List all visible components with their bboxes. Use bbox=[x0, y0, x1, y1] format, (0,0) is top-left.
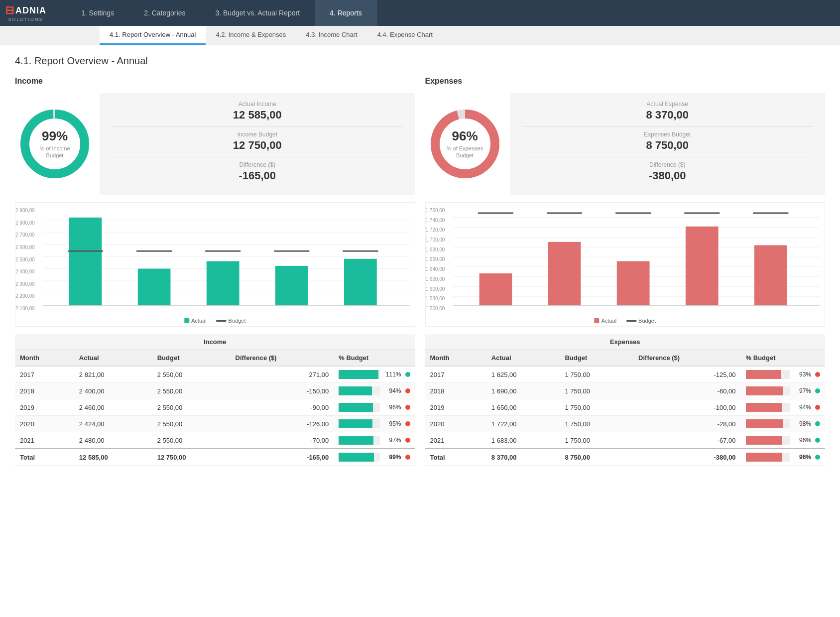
actual-dot bbox=[184, 318, 189, 323]
svg-rect-43 bbox=[548, 242, 581, 305]
expenses-budget-value: 8 750,00 bbox=[522, 139, 813, 152]
exp-actual-dot bbox=[595, 318, 600, 323]
exp-col-actual: Actual bbox=[486, 350, 560, 366]
table-row: 2021 1 683,00 1 750,00 -67,00 96% bbox=[425, 432, 826, 449]
col-budget: Budget bbox=[152, 350, 231, 366]
svg-rect-42 bbox=[478, 212, 513, 214]
logo-text: ADNIA bbox=[15, 5, 46, 16]
svg-rect-20 bbox=[344, 259, 377, 305]
income-stats-box: Actual Income 12 585,00 Income Budget 12… bbox=[100, 93, 415, 195]
income-diff-value: -165,00 bbox=[112, 169, 403, 182]
expenses-donut-wrap: 96% % of ExpensesBudget bbox=[425, 104, 505, 184]
income-bar-chart: 2017 2018 2019 2020 2021 2 900,00 2 800,… bbox=[15, 202, 415, 327]
income-section: Income 99% % of IncomeBudget bbox=[15, 77, 415, 466]
income-donut-sub: % of IncomeBudget bbox=[39, 145, 70, 159]
svg-rect-21 bbox=[343, 250, 378, 252]
income-table: Month Actual Budget Difference ($) % Bud… bbox=[15, 350, 415, 466]
expenses-legend-actual: Actual bbox=[595, 318, 617, 324]
income-table-header: Income bbox=[15, 334, 415, 350]
sub-tab-expense-chart[interactable]: 4.4. Expense Chart bbox=[367, 26, 443, 45]
svg-rect-18 bbox=[275, 266, 308, 305]
income-summary-row: 99% % of IncomeBudget Actual Income 12 5… bbox=[15, 93, 415, 195]
table-row: 2019 2 460,00 2 550,00 -90,00 96% bbox=[15, 399, 415, 416]
exp-col-budget: Budget bbox=[560, 350, 633, 366]
nav-tab-settings[interactable]: 1. Settings bbox=[66, 0, 129, 26]
table-row: 2020 1 722,00 1 750,00 -28,00 98% bbox=[425, 416, 826, 432]
expenses-table-head-row: Month Actual Budget Difference ($) % Bud… bbox=[425, 350, 826, 366]
table-row: 2018 1 690,00 1 750,00 -60,00 97% bbox=[425, 383, 826, 399]
nav-tab-reports[interactable]: 4. Reports bbox=[315, 0, 377, 26]
sub-tab-income-expenses[interactable]: 4.2. Income & Expenses bbox=[206, 26, 296, 45]
svg-rect-46 bbox=[615, 212, 651, 214]
svg-rect-41 bbox=[479, 273, 512, 305]
col-pct: % Budget bbox=[334, 350, 415, 366]
exp-col-pct: % Budget bbox=[741, 350, 825, 366]
income-legend-budget: Budget bbox=[217, 318, 246, 324]
expenses-budget-label: Expenses Budget bbox=[522, 131, 813, 138]
expenses-y-axis: 1 760,00 1 740,00 1 720,00 1 700,00 1 68… bbox=[426, 208, 445, 311]
sub-tab-overview[interactable]: 4.1. Report Overview - Annual bbox=[100, 26, 206, 45]
income-actual-value: 12 585,00 bbox=[112, 109, 403, 122]
exp-col-month: Month bbox=[425, 350, 486, 366]
expenses-donut-pct: 96% bbox=[447, 128, 483, 144]
svg-rect-16 bbox=[207, 261, 240, 305]
income-table-footer: Total 12 585,00 12 750,00 -165,00 99% bbox=[15, 449, 415, 466]
col-actual: Actual bbox=[74, 350, 152, 366]
expenses-actual-label: Actual Expense bbox=[522, 101, 813, 108]
income-diff-label: Difference ($) bbox=[112, 161, 403, 168]
expenses-table-body: 2017 1 625,00 1 750,00 -125,00 93% 2018 … bbox=[425, 366, 826, 449]
svg-rect-12 bbox=[69, 218, 102, 305]
page-content: 4.1. Report Overview - Annual Income 99%… bbox=[0, 45, 840, 476]
exp-col-diff: Difference ($) bbox=[633, 350, 741, 366]
expenses-bar-chart: 2017 2018 2019 2020 2021 1 760,00 1 740,… bbox=[425, 202, 826, 327]
table-total-row: Total 12 585,00 12 750,00 -165,00 99% bbox=[15, 449, 415, 466]
expenses-stats-box: Actual Expense 8 370,00 Expenses Budget … bbox=[510, 93, 826, 195]
sub-navigation: 4.1. Report Overview - Annual 4.2. Incom… bbox=[0, 26, 840, 45]
svg-rect-50 bbox=[753, 212, 788, 214]
svg-rect-14 bbox=[138, 269, 171, 306]
income-table-head-row: Month Actual Budget Difference ($) % Bud… bbox=[15, 350, 415, 366]
income-y-axis: 2 900,00 2 800,00 2 700,00 2 600,00 2 50… bbox=[15, 208, 35, 311]
income-chart-legend: Actual Budget bbox=[184, 318, 245, 324]
expenses-table-container: Expenses Month Actual Budget Difference … bbox=[425, 334, 826, 466]
expenses-summary-row: 96% % of ExpensesBudget Actual Expense 8… bbox=[425, 93, 826, 195]
income-budget-label: Income Budget bbox=[112, 131, 403, 138]
expenses-section-title: Expenses bbox=[425, 77, 826, 86]
income-donut-label: 99% % of IncomeBudget bbox=[39, 128, 70, 159]
expenses-section: Expenses 96% % of ExpensesBudget Actual … bbox=[425, 77, 826, 466]
expenses-table-header: Expenses bbox=[425, 334, 826, 350]
expenses-donut-sub: % of ExpensesBudget bbox=[447, 145, 483, 159]
main-layout: Income 99% % of IncomeBudget bbox=[15, 77, 825, 466]
expenses-table: Month Actual Budget Difference ($) % Bud… bbox=[425, 350, 826, 466]
income-section-title: Income bbox=[15, 77, 415, 86]
income-donut-wrap: 99% % of IncomeBudget bbox=[15, 104, 95, 184]
svg-rect-48 bbox=[684, 212, 720, 214]
expenses-chart-svg: 2017 2018 2019 2020 2021 bbox=[453, 208, 820, 306]
col-diff: Difference ($) bbox=[231, 350, 334, 366]
expenses-legend-budget: Budget bbox=[626, 318, 656, 324]
divider-2 bbox=[112, 157, 403, 157]
svg-rect-15 bbox=[136, 250, 172, 252]
table-row: 2021 2 480,00 2 550,00 -70,00 97% bbox=[15, 432, 415, 449]
income-chart-svg: 2017 2018 2019 2020 2021 bbox=[43, 208, 410, 306]
table-row: 2018 2 400,00 2 550,00 -150,00 94% bbox=[15, 383, 415, 399]
col-month: Month bbox=[15, 350, 74, 366]
sub-tab-income-chart[interactable]: 4.3. Income Chart bbox=[296, 26, 367, 45]
expenses-table-footer: Total 8 370,00 8 750,00 -380,00 96% bbox=[425, 449, 826, 466]
main-nav-tabs: 1. Settings 2. Categories 3. Budget vs. … bbox=[66, 0, 835, 26]
svg-rect-17 bbox=[205, 250, 240, 252]
nav-tab-budget[interactable]: 3. Budget vs. Actual Report bbox=[200, 0, 315, 26]
expenses-diff-label: Difference ($) bbox=[522, 161, 813, 168]
logo: ⊟ ADNIA SOLUTIONS bbox=[5, 4, 46, 22]
exp-budget-line-legend bbox=[626, 320, 636, 322]
svg-rect-44 bbox=[547, 212, 582, 214]
expenses-donut-label: 96% % of ExpensesBudget bbox=[447, 128, 483, 159]
table-total-row: Total 8 370,00 8 750,00 -380,00 96% bbox=[425, 449, 826, 466]
svg-rect-19 bbox=[274, 250, 309, 252]
income-actual-label: Actual Income bbox=[112, 101, 403, 108]
divider-3 bbox=[522, 126, 813, 127]
income-table-container: Income Month Actual Budget Difference ($… bbox=[15, 334, 415, 466]
divider-4 bbox=[522, 157, 813, 157]
divider-1 bbox=[112, 126, 403, 127]
nav-tab-categories[interactable]: 2. Categories bbox=[129, 0, 200, 26]
